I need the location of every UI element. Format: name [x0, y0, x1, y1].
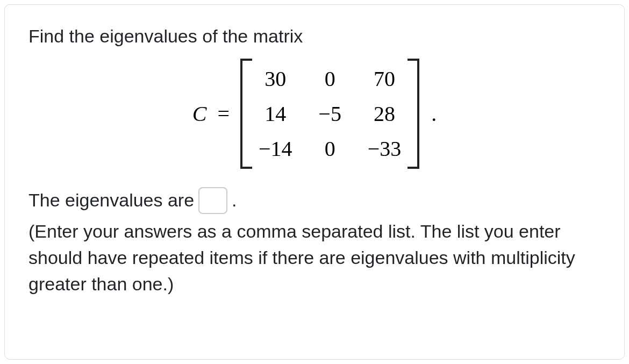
matrix-equation: C = 30 0 70 14 −5 28 −14 0 −33 . [28, 59, 601, 169]
matrix-cell-r2c2: −5 [315, 101, 345, 126]
answer-period: . [232, 188, 237, 213]
hint-text: (Enter your answers as a comma separated… [28, 218, 601, 298]
matrix-cell-r1c1: 30 [259, 66, 292, 91]
equals-sign: = [218, 101, 230, 126]
eigenvalues-input[interactable] [198, 187, 227, 214]
right-bracket [414, 59, 419, 169]
matrix-period: . [431, 101, 437, 126]
matrix-cell-r2c1: 14 [259, 101, 292, 126]
matrix-cell-r3c1: −14 [259, 136, 292, 161]
matrix-cell-r2c3: 28 [368, 101, 402, 126]
matrix-C: 30 0 70 14 −5 28 −14 0 −33 [240, 59, 419, 169]
matrix-cell-r1c3: 70 [368, 66, 402, 91]
matrix-cell-r1c2: 0 [315, 66, 345, 91]
prompt-text: Find the eigenvalues of the matrix [28, 24, 601, 49]
answer-row: The eigenvalues are . [28, 187, 601, 214]
matrix-variable: C [192, 101, 207, 126]
matrix-cell-r3c2: 0 [315, 136, 345, 161]
matrix-cell-r3c3: −33 [368, 136, 402, 161]
left-bracket [240, 59, 246, 169]
question-card: Find the eigenvalues of the matrix C = 3… [4, 4, 625, 360]
answer-label: The eigenvalues are [28, 188, 194, 213]
